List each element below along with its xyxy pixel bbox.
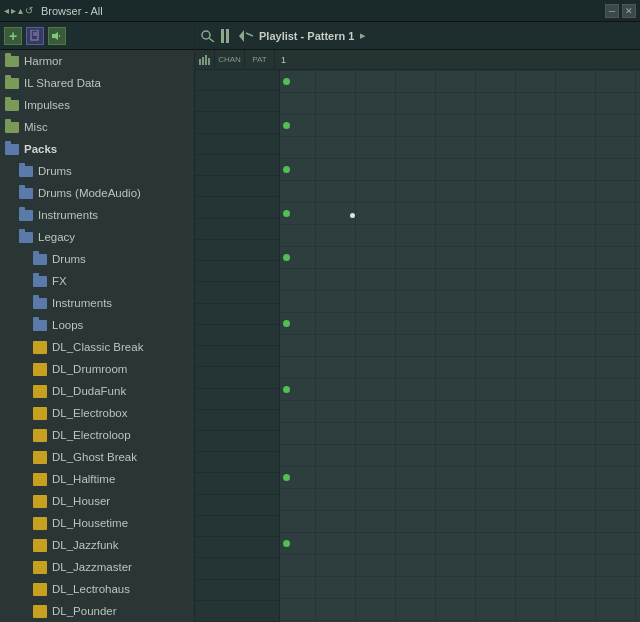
file-icon — [32, 494, 48, 508]
playlist-title: Playlist - Pattern 1 — [259, 30, 354, 42]
playlist-content[interactable] — [195, 70, 640, 622]
nav-back-icon[interactable]: ◂ — [4, 5, 9, 16]
svg-rect-10 — [221, 29, 224, 43]
file-icon — [32, 538, 48, 552]
file-icon — [32, 450, 48, 464]
browser-item-drums-modeaudio[interactable]: Drums (ModeAudio) — [0, 182, 194, 204]
nav-up-icon[interactable]: ▴ — [18, 5, 23, 16]
browser-item-il-shared-data[interactable]: IL Shared Data — [0, 72, 194, 94]
browser-item-legacy-drums[interactable]: Drums — [0, 248, 194, 270]
browser-item-legacy[interactable]: Legacy — [0, 226, 194, 248]
folder-pack-icon — [4, 142, 20, 156]
main-layout: + Harmor IL Shared Data Impulses — [0, 22, 640, 622]
close-button[interactable]: ✕ — [622, 4, 636, 18]
browser-item-label: Instruments — [52, 297, 112, 309]
track-row — [195, 91, 279, 112]
track-row — [195, 410, 279, 431]
file-icon — [32, 516, 48, 530]
browser-item-label: Drums — [38, 165, 72, 177]
track-row — [195, 580, 279, 601]
track-row — [195, 367, 279, 388]
svg-point-8 — [202, 31, 210, 39]
folder-pack-icon — [32, 318, 48, 332]
track-dot-4 — [283, 210, 290, 217]
svg-rect-15 — [202, 57, 204, 65]
track-row — [195, 219, 279, 240]
track-row — [195, 112, 279, 133]
svg-marker-12 — [239, 30, 244, 42]
file-icon — [32, 340, 48, 354]
browser-item-label: DL_Ghost Break — [52, 451, 137, 463]
folder-pack-icon — [18, 186, 34, 200]
play-icon — [221, 29, 233, 43]
browser-item-dl-houser[interactable]: DL_Houser — [0, 490, 194, 512]
browser-item-label: DL_Lectrohaus — [52, 583, 130, 595]
audio-button[interactable] — [48, 27, 66, 45]
browser-item-dl-drumroom[interactable]: DL_Drumroom — [0, 358, 194, 380]
browser-title: Browser - All — [41, 5, 103, 17]
playlist-header-row: CHAN PAT 1 — [195, 50, 640, 70]
browser-item-dl-lectrohaus[interactable]: DL_Lectrohaus — [0, 578, 194, 600]
minimize-button[interactable]: ─ — [605, 4, 619, 18]
file-icon — [32, 384, 48, 398]
browser-list[interactable]: Harmor IL Shared Data Impulses Misc Pack… — [0, 50, 194, 622]
browser-item-misc[interactable]: Misc — [0, 116, 194, 138]
browser-item-dl-dudafunk[interactable]: DL_DudaFunk — [0, 380, 194, 402]
window-controls: ─ ✕ — [605, 4, 636, 18]
track-row — [195, 495, 279, 516]
browser-item-drums[interactable]: Drums — [0, 160, 194, 182]
nav-forward-icon[interactable]: ▸ — [11, 5, 16, 16]
file-button[interactable] — [26, 27, 44, 45]
col-num-header: 1 — [275, 55, 286, 65]
browser-item-label: DL_Drumroom — [52, 363, 127, 375]
browser-item-dl-classic-break[interactable]: DL_Classic Break — [0, 336, 194, 358]
nav-refresh-icon[interactable]: ↺ — [25, 5, 33, 16]
browser-item-harmor[interactable]: Harmor — [0, 50, 194, 72]
col-pat-header: PAT — [245, 50, 275, 69]
folder-pack-icon — [32, 274, 48, 288]
browser-item-label: Drums (ModeAudio) — [38, 187, 141, 199]
browser-item-legacy-instruments[interactable]: Instruments — [0, 292, 194, 314]
browser-item-dl-electroloop[interactable]: DL_Electroloop — [0, 424, 194, 446]
track-row — [195, 304, 279, 325]
browser-item-label: DL_Classic Break — [52, 341, 143, 353]
browser-item-dl-ghost-break[interactable]: DL_Ghost Break — [0, 446, 194, 468]
track-dot-5 — [283, 254, 290, 261]
browser-item-label: DL_Halftime — [52, 473, 115, 485]
browser-item-label: Harmor — [24, 55, 62, 67]
file-icon — [32, 604, 48, 618]
browser-item-dl-electrobox[interactable]: DL_Electrobox — [0, 402, 194, 424]
track-row — [195, 558, 279, 579]
track-row — [195, 452, 279, 473]
track-row — [195, 537, 279, 558]
svg-marker-3 — [52, 32, 58, 40]
browser-item-fx[interactable]: FX — [0, 270, 194, 292]
track-row — [195, 516, 279, 537]
folder-icon — [4, 98, 20, 112]
browser-item-packs[interactable]: Packs — [0, 138, 194, 160]
browser-item-dl-housetime[interactable]: DL_Housetime — [0, 512, 194, 534]
browser-item-label: Loops — [52, 319, 83, 331]
browser-item-dl-halftime[interactable]: DL_Halftime — [0, 468, 194, 490]
playlist-panel: Playlist - Pattern 1 ▸ CHAN PAT 1 — [195, 22, 640, 622]
browser-item-dl-jazzfunk[interactable]: DL_Jazzfunk — [0, 534, 194, 556]
track-row — [195, 473, 279, 494]
browser-item-label: Instruments — [38, 209, 98, 221]
folder-pack-icon — [32, 252, 48, 266]
red-arrow-loops — [189, 316, 194, 334]
add-button[interactable]: + — [4, 27, 22, 45]
browser-item-loops[interactable]: Loops — [0, 314, 194, 336]
browser-panel: + Harmor IL Shared Data Impulses — [0, 22, 195, 622]
browser-item-label: DL_Houser — [52, 495, 110, 507]
browser-item-impulses[interactable]: Impulses — [0, 94, 194, 116]
browser-item-label: Impulses — [24, 99, 70, 111]
playlist-expand-icon[interactable]: ▸ — [360, 29, 366, 42]
track-row — [195, 197, 279, 218]
browser-item-label: FX — [52, 275, 67, 287]
browser-item-label: Drums — [52, 253, 86, 265]
browser-item-instruments[interactable]: Instruments — [0, 204, 194, 226]
svg-line-9 — [209, 38, 214, 42]
track-row — [195, 282, 279, 303]
browser-item-dl-jazzmaster[interactable]: DL_Jazzmaster — [0, 556, 194, 578]
browser-item-dl-pounder[interactable]: DL_Pounder — [0, 600, 194, 622]
